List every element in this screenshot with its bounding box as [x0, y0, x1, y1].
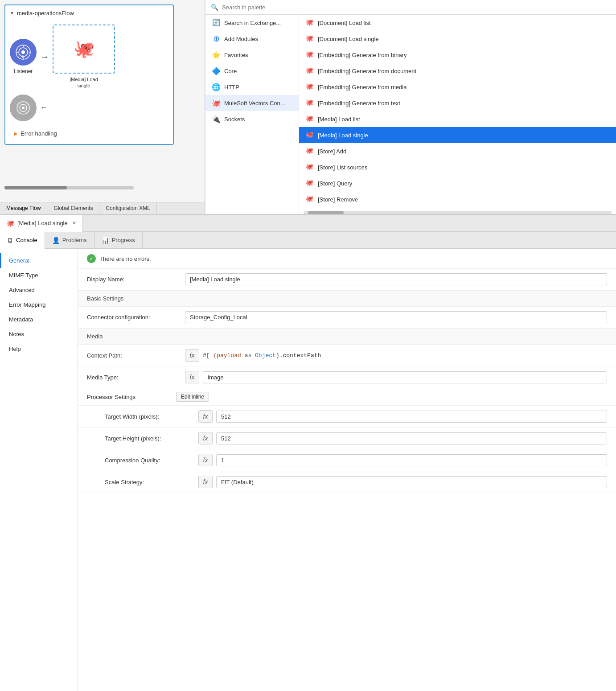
target-width-label: Target Width (pixels):	[105, 413, 198, 420]
palette-right-store-list[interactable]: 🐙 [Store] List sources	[299, 159, 616, 175]
media-type-input[interactable]	[203, 371, 607, 383]
reverse-arrow-icon: →	[40, 103, 48, 112]
emb-binary-icon: 🐙	[305, 50, 314, 59]
media-type-fx-button[interactable]: fx	[185, 371, 199, 383]
canvas-area: ▼ media-operationsFlow ⬇ Lis	[0, 0, 205, 214]
nav-item-advanced[interactable]: Advanced	[0, 283, 78, 297]
palette-right-store-query[interactable]: 🐙 [Store] Query	[299, 175, 616, 191]
display-name-input[interactable]	[185, 273, 607, 285]
editor-tab-close-icon[interactable]: ✕	[72, 220, 76, 226]
compression-quality-label: Compression Quality:	[105, 457, 198, 464]
edit-inline-button[interactable]: Edit inline	[176, 392, 209, 402]
scale-strategy-fx-button[interactable]: fx	[198, 476, 213, 488]
tab-message-flow[interactable]: Message Flow	[0, 202, 47, 214]
palette-item-mulesoftvc-label: MuleSoft Vectors Con...	[224, 100, 285, 107]
palette-right-emb-doc[interactable]: 🐙 [Embedding] Generate from document	[299, 63, 616, 79]
compression-quality-fx-button[interactable]: fx	[198, 454, 213, 466]
palette-item-core-label: Core	[224, 68, 237, 74]
target-height-input[interactable]	[216, 432, 607, 444]
bottom-node[interactable]	[10, 95, 37, 121]
palette-item-exchange[interactable]: 🔄 Search in Exchange...	[205, 15, 299, 31]
palette-right-store-remove[interactable]: 🐙 [Store] Remove	[299, 191, 616, 207]
nav-item-help[interactable]: Help	[0, 341, 78, 356]
search-input[interactable]	[222, 4, 611, 11]
palette-right-emb-binary[interactable]: 🐙 [Embedding] Generate from binary	[299, 47, 616, 63]
editor-tab-icon: 🐙	[6, 219, 15, 227]
palette-item-core[interactable]: 🔷 Core	[205, 63, 299, 79]
listener-node[interactable]: ⬇ Listener	[10, 39, 37, 74]
tab-global-elements[interactable]: Global Elements	[47, 202, 99, 214]
svg-point-6	[22, 107, 25, 109]
scale-strategy-row: Scale Strategy: fx	[78, 471, 616, 493]
display-name-label: Display Name:	[87, 276, 185, 283]
connector-config-row: Connector configuration:	[78, 307, 616, 328]
bottom-node-icon	[10, 95, 37, 121]
store-add-icon: 🐙	[305, 147, 314, 156]
palette-right-doc-single[interactable]: 🐙 [Document] Load single	[299, 31, 616, 47]
palette-right-panel: 🐙 [Document] Load list 🐙 [Document] Load…	[299, 15, 616, 214]
media-type-label: Media Type:	[87, 374, 185, 381]
nav-item-error-mapping[interactable]: Error Mapping	[0, 297, 78, 312]
palette-item-favorites[interactable]: ⭐ Favorites	[205, 47, 299, 63]
editor-tab-media-load[interactable]: 🐙 [Media] Load single ✕	[0, 215, 83, 232]
target-width-row: Target Width (pixels): fx	[78, 406, 616, 428]
nav-item-general[interactable]: General	[0, 253, 78, 268]
problems-tab-icon: 👤	[52, 237, 60, 244]
bottom-section: 🐙 [Media] Load single ✕ 🖥 Console 👤 Prob…	[0, 214, 616, 691]
target-width-fx-button[interactable]: fx	[198, 410, 213, 423]
context-path-label: Context Path:	[87, 352, 185, 359]
connector-config-input[interactable]	[185, 311, 607, 323]
bottom-tab-progress[interactable]: 📊 Progress	[94, 232, 143, 249]
palette-item-add-modules-label: Add Modules	[224, 36, 258, 42]
error-triangle-icon: ▶	[14, 131, 18, 136]
context-path-value: #[ (payload as Object).contextPath	[203, 352, 321, 359]
palette-item-add-modules[interactable]: ⊕ Add Modules	[205, 31, 299, 47]
console-tab-label: Console	[16, 237, 37, 243]
palette-right-store-add[interactable]: 🐙 [Store] Add	[299, 143, 616, 159]
error-handling[interactable]: ▶ Error handling	[10, 128, 168, 140]
nav-item-metadata[interactable]: Metadata	[0, 312, 78, 327]
target-height-label: Target Height (pixels):	[105, 435, 198, 442]
target-width-input[interactable]	[216, 411, 607, 423]
media-box: 🐙	[53, 25, 115, 74]
add-modules-icon: ⊕	[212, 34, 221, 43]
palette-h-scrollbar[interactable]	[304, 211, 612, 214]
palette-item-mulesoftvc[interactable]: 🐙 MuleSoft Vectors Con...	[205, 95, 299, 111]
nav-item-notes[interactable]: Notes	[0, 327, 78, 341]
listener-icon: ⬇	[10, 39, 37, 66]
palette-item-sockets[interactable]: 🔌 Sockets	[205, 111, 299, 127]
flow-triangle-icon: ▼	[10, 11, 14, 16]
mulesoftvc-icon: 🐙	[212, 99, 221, 107]
canvas-tabs: Message Flow Global Elements Configurati…	[0, 202, 205, 214]
tab-configuration-xml[interactable]: Configuration XML	[99, 202, 156, 214]
canvas-scrollbar[interactable]	[4, 186, 134, 189]
compression-quality-input[interactable]	[216, 454, 607, 466]
palette-right-emb-media[interactable]: 🐙 [Embedding] Generate from media	[299, 79, 616, 95]
media-load-node[interactable]: 🐙 [Media] Loadsingle	[53, 25, 115, 89]
palette-search-bar: 🔍	[205, 0, 616, 15]
scale-strategy-input[interactable]	[216, 476, 607, 488]
context-path-fx-button[interactable]: fx	[185, 349, 199, 362]
canvas-scrollbar-thumb	[4, 186, 67, 189]
doc-single-icon: 🐙	[305, 34, 314, 43]
basic-settings-header: Basic Settings	[78, 290, 616, 307]
palette-right-media-list[interactable]: 🐙 [Media] Load list	[299, 111, 616, 127]
problems-tab-label: Problems	[62, 237, 87, 243]
bottom-tabs-bar: 🖥 Console 👤 Problems 📊 Progress	[0, 232, 616, 249]
bottom-tab-console[interactable]: 🖥 Console	[0, 232, 45, 249]
palette-right-media-single[interactable]: 🐙 [Media] Load single	[299, 127, 616, 143]
bottom-tab-problems[interactable]: 👤 Problems	[45, 232, 94, 249]
nav-item-mime-type[interactable]: MIME Type	[0, 268, 78, 283]
favorites-icon: ⭐	[212, 50, 221, 59]
target-height-fx-button[interactable]: fx	[198, 432, 213, 444]
palette-right-doc-list[interactable]: 🐙 [Document] Load list	[299, 15, 616, 31]
context-path-row: Context Path: fx #[ (payload as Object).…	[78, 345, 616, 366]
error-handling-label: Error handling	[21, 130, 57, 137]
core-icon: 🔷	[212, 66, 221, 75]
media-list-icon: 🐙	[305, 115, 314, 123]
palette-item-http[interactable]: 🌐 HTTP	[205, 79, 299, 95]
media-single-icon: 🐙	[305, 131, 314, 140]
palette-right-emb-text[interactable]: 🐙 [Embedding] Generate from text	[299, 95, 616, 111]
left-nav: General MIME Type Advanced Error Mapping…	[0, 249, 78, 691]
emb-media-icon: 🐙	[305, 82, 314, 91]
